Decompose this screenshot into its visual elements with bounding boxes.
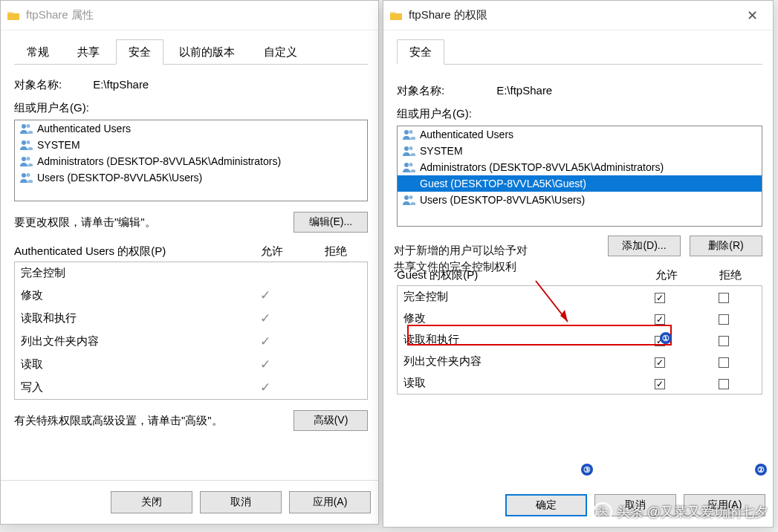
group-name: SYSTEM <box>37 139 80 151</box>
allow-checkbox[interactable] <box>655 314 665 325</box>
allow-indicator: ✓ <box>233 334 297 349</box>
cancel-button[interactable]: 取消 <box>200 491 282 513</box>
tab-previous-versions[interactable]: 以前的版本 <box>166 39 247 65</box>
allow-indicator: ✓ <box>233 311 297 326</box>
advanced-hint: 有关特殊权限或高级设置，请单击"高级"。 <box>14 414 294 428</box>
perm-name: 写入 <box>21 380 233 395</box>
groups-label: 组或用户名(G): <box>397 107 762 121</box>
list-item[interactable]: Users (DESKTOP-8VVLA5K\Users) <box>398 192 762 208</box>
folder-icon <box>7 10 20 21</box>
permission-row: 读取和执行✓ <box>15 307 367 330</box>
ok-button[interactable]: 确定 <box>505 494 587 516</box>
permission-row: 修改✓ <box>15 284 367 307</box>
watermark-logo-icon: 头 <box>593 502 612 522</box>
perm-name: 读取 <box>403 376 628 390</box>
permission-row: 列出文件夹内容✓ <box>15 330 367 353</box>
object-path: E:\ftpShare <box>93 78 149 91</box>
group-name: SYSTEM <box>420 145 463 157</box>
groups-label: 组或用户名(G): <box>14 101 368 115</box>
add-button[interactable]: 添加(D)... <box>608 236 681 256</box>
deny-checkbox[interactable] <box>719 336 729 346</box>
perm-name: 列出文件夹内容 <box>21 334 233 348</box>
deny-checkbox[interactable] <box>719 314 729 325</box>
allow-checkbox[interactable] <box>655 293 665 303</box>
object-path: E:\ftpShare <box>496 84 552 97</box>
object-name-label: 对象名称: <box>397 84 493 98</box>
watermark-text: 头条 @又菜又爱玩的七夕 <box>617 503 768 521</box>
allow-indicator: ✓ <box>233 357 297 372</box>
dialog-title: ftpShare 的权限 <box>409 8 737 22</box>
titlebar: ftpShare 属性 <box>1 1 378 30</box>
tab-security[interactable]: 安全 <box>116 39 163 65</box>
groups-listbox[interactable]: Authenticated UsersSYSTEMAdministrators … <box>14 120 368 201</box>
annotation-circle-2: ② <box>755 464 767 476</box>
permission-row: 读取✓ <box>15 353 367 376</box>
group-name: Administrators (DESKTOP-8VVLA5K\Administ… <box>37 155 281 167</box>
annotation-circle-3: ③ <box>581 464 593 476</box>
group-name: Authenticated Users <box>37 123 131 134</box>
tab-strip: 安全 <box>397 39 762 65</box>
perm-name: 完全控制 <box>403 290 628 304</box>
properties-dialog: ftpShare 属性 常规 共享 安全 以前的版本 自定义 对象名称: E:\… <box>0 0 379 525</box>
perm-name: 修改 <box>21 288 233 302</box>
perm-name: 读取 <box>21 357 233 372</box>
allow-checkbox[interactable] <box>655 379 665 389</box>
allow-indicator: ✓ <box>233 288 297 303</box>
deny-header: 拒绝 <box>698 268 762 282</box>
close-icon[interactable]: ✕ <box>737 7 767 24</box>
group-name: Authenticated Users <box>420 129 513 140</box>
edit-hint: 要更改权限，请单击"编辑"。 <box>14 215 294 230</box>
tab-general[interactable]: 常规 <box>14 39 62 65</box>
deny-checkbox[interactable] <box>719 379 729 389</box>
list-item[interactable]: Authenticated Users <box>15 120 367 137</box>
annotation-text: 对于新增的用户可以给予对共享文件的完全控制权利 <box>394 242 528 275</box>
annotation-circle-1: ① <box>660 332 672 344</box>
deny-header: 拒绝 <box>304 244 368 259</box>
annotation-highlight-box <box>407 325 672 346</box>
advanced-button[interactable]: 高级(V) <box>294 410 368 431</box>
list-item[interactable]: Guest (DESKTOP-8VVLA5K\Guest) <box>398 175 762 192</box>
dialog-title: ftpShare 属性 <box>26 8 372 22</box>
permission-row: 读取 <box>398 372 762 394</box>
perm-for-label: Authenticated Users 的权限(P) <box>14 244 240 259</box>
group-name: Guest (DESKTOP-8VVLA5K\Guest) <box>420 178 586 189</box>
allow-indicator: ✓ <box>233 380 297 395</box>
allow-header: 允许 <box>635 268 698 282</box>
perm-name: 完全控制 <box>21 266 233 280</box>
folder-icon <box>389 10 403 21</box>
perm-name: 读取和执行 <box>21 311 233 325</box>
deny-checkbox[interactable] <box>719 357 729 368</box>
permission-row: 完全控制 <box>398 286 762 308</box>
apply-button[interactable]: 应用(A) <box>289 491 371 513</box>
permission-row: 列出文件夹内容 <box>398 351 762 372</box>
perm-name: 修改 <box>403 311 628 325</box>
list-item[interactable]: SYSTEM <box>398 143 762 159</box>
list-item[interactable]: Authenticated Users <box>398 126 762 143</box>
titlebar: ftpShare 的权限 ✕ <box>383 1 773 30</box>
remove-button[interactable]: 删除(R) <box>690 236 762 256</box>
allow-header: 允许 <box>240 244 304 259</box>
tab-sharing[interactable]: 共享 <box>65 39 112 65</box>
groups-listbox[interactable]: Authenticated UsersSYSTEMAdministrators … <box>397 126 762 227</box>
permission-row: 写入✓ <box>15 376 367 399</box>
allow-checkbox[interactable] <box>655 357 665 368</box>
group-name: Users (DESKTOP-8VVLA5K\Users) <box>420 194 585 206</box>
edit-button[interactable]: 编辑(E)... <box>294 212 368 233</box>
watermark: 头 头条 @又菜又爱玩的七夕 <box>593 502 768 522</box>
permission-row: 完全控制 <box>15 262 367 284</box>
deny-checkbox[interactable] <box>719 293 729 303</box>
list-item[interactable]: Users (DESKTOP-8VVLA5K\Users) <box>15 169 367 186</box>
perm-name: 列出文件夹内容 <box>403 354 628 369</box>
group-name: Administrators (DESKTOP-8VVLA5K\Administ… <box>420 161 664 173</box>
tab-security[interactable]: 安全 <box>397 39 444 65</box>
permissions-table: 完全控制修改✓读取和执行✓列出文件夹内容✓读取✓写入✓ <box>14 262 368 400</box>
list-item[interactable]: SYSTEM <box>15 137 367 153</box>
svg-marker-1 <box>560 310 568 322</box>
object-name-label: 对象名称: <box>14 78 90 92</box>
tab-customize[interactable]: 自定义 <box>251 39 310 65</box>
tab-strip: 常规 共享 安全 以前的版本 自定义 <box>14 39 368 65</box>
close-button[interactable]: 关闭 <box>111 491 192 513</box>
list-item[interactable]: Administrators (DESKTOP-8VVLA5K\Administ… <box>398 159 762 175</box>
list-item[interactable]: Administrators (DESKTOP-8VVLA5K\Administ… <box>15 153 367 169</box>
group-name: Users (DESKTOP-8VVLA5K\Users) <box>37 172 202 184</box>
